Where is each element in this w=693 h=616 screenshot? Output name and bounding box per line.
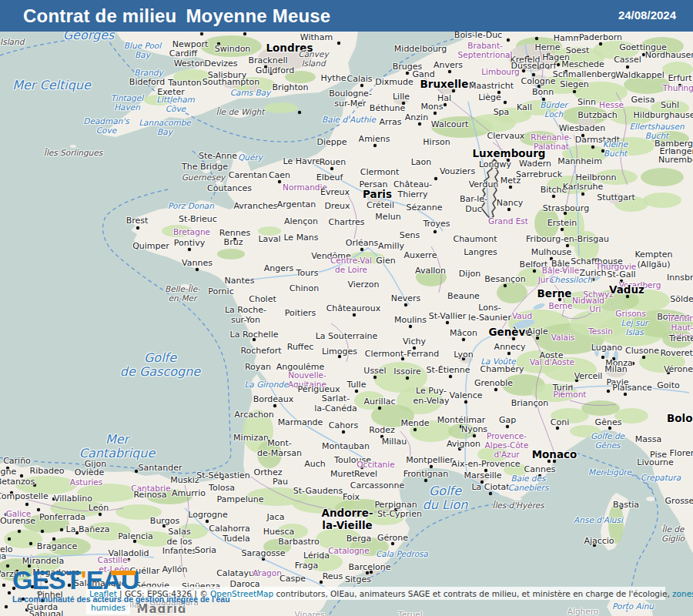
forest-patch xyxy=(77,484,139,502)
place-dot xyxy=(631,362,634,365)
forest-patch xyxy=(285,71,316,83)
header-bar: Contrat de milieuMoyenne Meuse 24/08/202… xyxy=(0,0,693,32)
forest-patch xyxy=(264,102,298,113)
forest-patch xyxy=(217,249,245,259)
place-dot xyxy=(678,84,681,87)
place-dot xyxy=(550,257,553,260)
forest-patch xyxy=(520,100,558,116)
forest-patch xyxy=(277,524,308,539)
urban-patch xyxy=(393,95,409,105)
place-dot xyxy=(262,557,265,561)
place-dot xyxy=(5,513,8,516)
place-dot xyxy=(536,336,539,340)
place-dot xyxy=(601,149,604,152)
place-dot xyxy=(196,268,199,271)
place-dot xyxy=(136,226,139,229)
place-dot xyxy=(273,404,276,407)
place-dot xyxy=(6,564,9,567)
attribution-link[interactable]: humides xyxy=(91,603,126,612)
place-dot xyxy=(29,542,32,545)
place-dot xyxy=(373,144,377,147)
forest-patch xyxy=(144,95,172,105)
place-dot xyxy=(270,72,273,75)
place-dot xyxy=(452,89,455,92)
place-dot xyxy=(8,591,11,594)
place-dot xyxy=(206,520,209,523)
place-dot xyxy=(547,66,550,69)
forest-patch xyxy=(547,176,593,194)
place-dot xyxy=(462,357,465,360)
place-dot xyxy=(558,298,561,301)
forest-patch xyxy=(564,291,607,310)
forest-patch xyxy=(263,539,291,554)
place-dot xyxy=(37,508,40,511)
attribution-link[interactable]: zones xyxy=(672,589,693,598)
place-dot xyxy=(591,146,594,149)
place-dot xyxy=(547,460,551,463)
forest-patch xyxy=(608,137,654,156)
place-dot xyxy=(449,375,452,378)
island-elba xyxy=(646,497,655,501)
title-prefix: Contrat de milieu xyxy=(23,5,176,26)
place-dot xyxy=(667,371,670,374)
islands-hyeres xyxy=(513,497,522,500)
place-dot xyxy=(599,42,602,45)
place-dot xyxy=(537,66,541,69)
forest-patch xyxy=(135,531,173,547)
place-dot xyxy=(6,467,9,470)
forest-patch xyxy=(651,131,689,146)
forest-patch xyxy=(146,489,192,504)
place-dot xyxy=(221,477,224,480)
place-dot xyxy=(394,508,397,511)
place-dot xyxy=(497,91,500,94)
place-dot xyxy=(5,605,8,608)
place-dot xyxy=(298,111,301,114)
forest-patch xyxy=(50,499,104,517)
place-dot xyxy=(253,338,256,341)
forest-patch xyxy=(614,408,648,424)
place-dot xyxy=(462,338,465,341)
place-dot xyxy=(553,460,556,463)
gesteau-logo[interactable]: GEST'EAU La communauté des acteurs de ge… xyxy=(12,567,230,604)
place-dot xyxy=(537,85,541,88)
place-dot xyxy=(532,73,535,76)
map[interactable]: Georgest IslandBlue Pool BayNewportCardi… xyxy=(0,0,693,616)
urban-patch xyxy=(367,189,388,203)
forest-patch xyxy=(608,106,654,125)
forest-patch xyxy=(504,464,528,476)
forest-patch xyxy=(651,100,689,116)
place-dot xyxy=(406,377,409,380)
place-dot xyxy=(607,390,610,393)
place-dot xyxy=(33,484,36,487)
place-dot xyxy=(233,238,236,241)
logo-tagline: La communauté des acteurs de gestion int… xyxy=(12,594,230,604)
forest-patch xyxy=(416,268,447,286)
forest-patch xyxy=(520,131,558,146)
place-dot xyxy=(413,346,416,350)
place-dot xyxy=(642,53,645,56)
place-dot xyxy=(484,469,487,472)
place-dot xyxy=(330,167,333,170)
territory-name: Moyenne Meuse xyxy=(186,5,330,26)
lake xyxy=(594,344,599,357)
place-dot xyxy=(507,208,511,211)
place-dot xyxy=(135,470,138,473)
map-canvas xyxy=(0,0,693,616)
forest-patch xyxy=(581,400,620,416)
forest-patch xyxy=(304,553,343,571)
place-dot xyxy=(360,466,363,469)
place-dot xyxy=(547,53,550,56)
place-dot xyxy=(2,584,5,587)
logo-accent-bar xyxy=(111,571,136,575)
place-dot xyxy=(404,303,407,306)
place-dot xyxy=(626,295,629,298)
forest-patch xyxy=(85,522,131,541)
place-dot xyxy=(413,428,417,431)
place-dot xyxy=(18,530,21,533)
forest-patch xyxy=(543,357,597,382)
urban-patch xyxy=(223,81,239,89)
place-dot xyxy=(601,356,604,359)
islands-scilly xyxy=(70,145,76,148)
place-dot xyxy=(575,379,578,382)
place-dot xyxy=(366,571,369,574)
